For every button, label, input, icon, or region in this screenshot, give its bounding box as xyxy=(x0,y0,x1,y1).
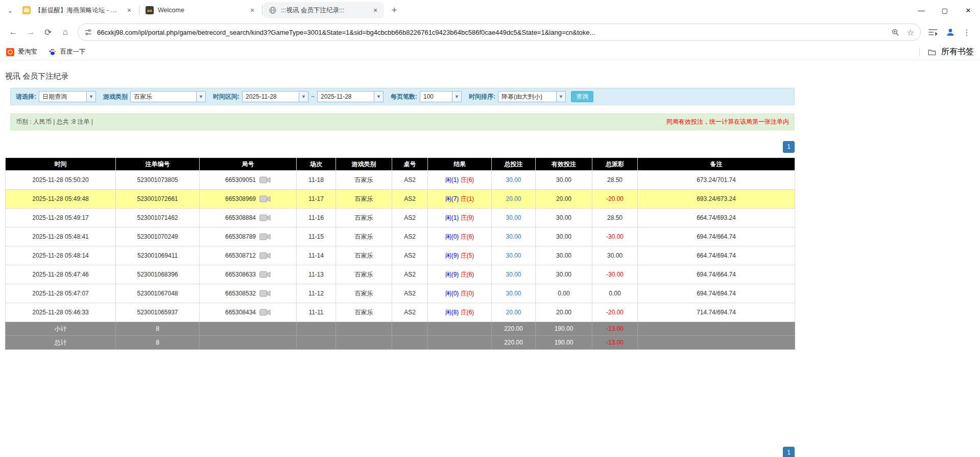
maximize-button[interactable]: ▢ xyxy=(933,0,957,20)
tab-bet-records-active[interactable]: :::视讯 会员下注纪录::: × xyxy=(264,2,384,18)
search-button[interactable]: 查询 xyxy=(571,91,593,102)
total-bet-link[interactable]: 30.00 xyxy=(506,290,521,297)
tab-search-button[interactable]: ⌄ xyxy=(3,3,17,17)
cell-payout: 28.50 xyxy=(592,171,638,190)
cell-note: 714.74/694.74 xyxy=(638,303,795,322)
refresh-icon[interactable]: ⟳ xyxy=(40,24,56,40)
cell-time: 2025-11-28 05:49:48 xyxy=(6,190,116,209)
url-bar[interactable]: 66cxkj98.com/ipl/portal.php/game/betreco… xyxy=(78,24,921,41)
cell-session: 11-18 xyxy=(297,171,336,190)
minimize-button[interactable]: — xyxy=(910,0,933,20)
home-icon[interactable]: ⌂ xyxy=(57,24,74,40)
cell-game: 百家乐 xyxy=(336,190,392,209)
bookmark-baidu[interactable]: 百度一下 xyxy=(49,48,86,56)
close-icon[interactable]: × xyxy=(125,6,134,15)
bookmark-star-icon[interactable]: ☆ xyxy=(907,28,914,37)
per-page-dropdown[interactable]: 100 ▼ xyxy=(420,91,462,102)
cell-round: 665309051 xyxy=(200,171,297,190)
menu-kebab-icon[interactable]: ⋮ xyxy=(963,28,971,37)
video-replay-icon[interactable] xyxy=(259,195,271,202)
cell-game: 百家乐 xyxy=(336,209,392,227)
video-replay-icon[interactable] xyxy=(259,271,271,278)
cell-table-no: AS2 xyxy=(392,246,428,265)
total-bet-link[interactable]: 30.00 xyxy=(506,252,521,259)
tab-forum[interactable]: 【新提醒】海燕策略论坛 - 综合 × xyxy=(17,2,138,18)
round-id: 665309051 xyxy=(225,176,256,184)
chevron-down-icon[interactable]: ▼ xyxy=(452,92,461,102)
total-count: 8 xyxy=(116,336,200,350)
chevron-down-icon[interactable]: ▼ xyxy=(299,92,308,102)
subtotal-label: 小计 xyxy=(6,322,116,336)
query-type-dropdown[interactable]: 日期查询 ▼ xyxy=(39,91,96,102)
cell-session: 11-11 xyxy=(297,303,336,322)
cell-valid-bet: 20.00 xyxy=(536,303,592,322)
cell-round: 665308884 xyxy=(200,209,297,227)
result-banker: 庄(9) xyxy=(461,214,474,221)
tab-title: :::视讯 会员下注纪录::: xyxy=(281,6,367,15)
cell-note: 694.74/664.74 xyxy=(638,265,795,284)
sort-dropdown[interactable]: 降幂(由大到小) ▼ xyxy=(498,91,566,102)
bookmark-aitaobao[interactable]: 爱淘宝 xyxy=(6,48,37,56)
media-controls-icon[interactable] xyxy=(928,28,938,36)
cell-table-no: AS2 xyxy=(392,265,428,284)
close-icon[interactable]: × xyxy=(248,6,257,15)
page-1-button[interactable]: 1 xyxy=(783,141,795,153)
tab-welcome[interactable]: Welcome × xyxy=(140,2,261,18)
cell-payout: -20.00 xyxy=(592,190,638,209)
table-row: 2025-11-28 05:46:33523001065937665308434… xyxy=(6,303,795,322)
total-bet-link[interactable]: 30.00 xyxy=(506,176,521,184)
total-bet-link[interactable]: 20.00 xyxy=(506,195,521,202)
col-bet-id: 注单编号 xyxy=(116,158,200,171)
col-valid-bet: 有效投注 xyxy=(536,158,592,171)
round-id: 665308532 xyxy=(225,290,256,297)
site-settings-icon[interactable] xyxy=(84,28,92,36)
cell-result: 闲(1) 庄(9) xyxy=(428,209,492,227)
all-bookmarks[interactable]: 所有书签 xyxy=(919,47,974,57)
navigation-bar: ← → ⟳ ⌂ 66cxkj98.com/ipl/portal.php/game… xyxy=(0,20,980,44)
window-controls: — ▢ ✕ xyxy=(910,0,980,20)
cell-total-bet: 20.00 xyxy=(492,190,536,209)
video-replay-icon[interactable] xyxy=(259,290,271,297)
close-window-button[interactable]: ✕ xyxy=(957,0,980,20)
url-text[interactable]: 66cxkj98.com/ipl/portal.php/game/betreco… xyxy=(97,29,887,36)
date-to-input[interactable]: 2025-11-28 ▼ xyxy=(317,91,384,102)
video-replay-icon[interactable] xyxy=(259,252,271,259)
cell-session: 11-16 xyxy=(297,209,336,227)
video-replay-icon[interactable] xyxy=(259,309,271,316)
currency-summary: 币别 : 人民币 | 总共 :8 注单 | xyxy=(16,118,93,126)
video-replay-icon[interactable] xyxy=(259,214,271,221)
cell-payout: 28.50 xyxy=(592,209,638,227)
cell-bet-id: 523001070249 xyxy=(116,227,200,246)
total-bet-link[interactable]: 30.00 xyxy=(506,271,521,278)
select-label: 请选择: xyxy=(16,93,36,101)
total-bet-link[interactable]: 30.00 xyxy=(506,233,521,240)
close-icon[interactable]: × xyxy=(371,6,380,15)
cell-bet-id: 523001069411 xyxy=(116,246,200,265)
cell-valid-bet: 30.00 xyxy=(536,227,592,246)
tab-separator xyxy=(262,6,262,15)
tab-separator xyxy=(139,6,139,15)
back-icon[interactable]: ← xyxy=(5,24,21,40)
cell-game: 百家乐 xyxy=(336,265,392,284)
new-tab-button[interactable]: + xyxy=(387,3,401,17)
result-banker: 庄(6) xyxy=(461,176,474,184)
total-bet-link[interactable]: 30.00 xyxy=(506,214,521,221)
cell-note: 673.24/701.74 xyxy=(638,171,795,190)
forward-icon[interactable]: → xyxy=(22,24,39,40)
total-bet-link[interactable]: 20.00 xyxy=(506,309,521,316)
profile-avatar-icon[interactable] xyxy=(945,27,955,37)
date-from-input[interactable]: 2025-11-28 ▼ xyxy=(242,91,308,102)
total-valid-bet: 190.00 xyxy=(536,336,592,350)
chevron-down-icon[interactable]: ▼ xyxy=(374,92,383,102)
zoom-icon[interactable] xyxy=(891,28,900,37)
chevron-down-icon[interactable]: ▼ xyxy=(196,92,205,102)
page-1-button[interactable]: 1 xyxy=(783,447,795,457)
video-replay-icon[interactable] xyxy=(259,176,271,184)
toolbar-right: ⋮ xyxy=(928,27,971,37)
cell-table-no: AS2 xyxy=(392,190,428,209)
cell-game: 百家乐 xyxy=(336,171,392,190)
game-type-dropdown[interactable]: 百家乐 ▼ xyxy=(130,91,206,102)
chevron-down-icon[interactable]: ▼ xyxy=(86,92,95,102)
chevron-down-icon[interactable]: ▼ xyxy=(556,92,565,102)
video-replay-icon[interactable] xyxy=(259,233,271,240)
